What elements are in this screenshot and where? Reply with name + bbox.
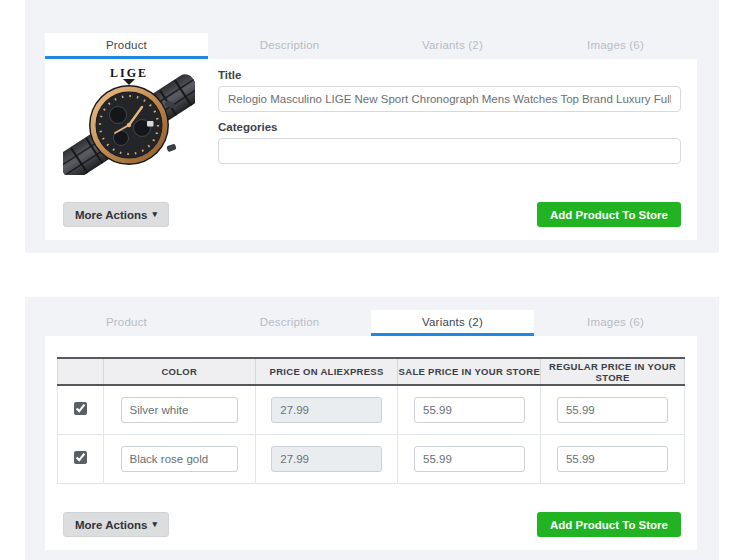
sale-price-column-header: SALE PRICE IN YOUR STORE	[398, 358, 541, 385]
variant-aliexpress-price[interactable]	[271, 397, 382, 423]
variant-sale-price-input[interactable]	[414, 397, 525, 423]
variant-row-black-rose-gold	[58, 434, 685, 483]
tab-product[interactable]: Product	[45, 310, 208, 336]
tab-images[interactable]: Images (6)	[534, 310, 697, 336]
product-card-tabs: Product Description Variants (2) Images …	[45, 33, 697, 59]
variants-table-header-row: COLOR PRICE ON ALIEXPRESS SALE PRICE IN …	[58, 358, 685, 385]
variant-checkbox[interactable]	[74, 451, 87, 464]
title-input[interactable]	[218, 86, 681, 112]
more-actions-button[interactable]: More Actions ▾	[63, 202, 169, 227]
product-actions-row: More Actions ▾ Add Product To Store	[63, 202, 681, 227]
caret-down-icon: ▾	[152, 520, 157, 529]
variants-section: Product Description Variants (2) Images …	[25, 297, 719, 560]
variant-checkbox[interactable]	[74, 402, 87, 415]
product-thumbnail-image: LIGE	[63, 65, 195, 175]
variant-regular-price-input[interactable]	[557, 446, 668, 472]
variants-card-tabs: Product Description Variants (2) Images …	[45, 310, 697, 336]
variants-card: Product Description Variants (2) Images …	[45, 310, 697, 550]
regular-price-column-header: REGULAR PRICE IN YOUR STORE	[541, 358, 685, 385]
tab-product[interactable]: Product	[45, 33, 208, 59]
aliexpress-price-column-header: PRICE ON ALIEXPRESS	[255, 358, 398, 385]
variant-aliexpress-price[interactable]	[271, 446, 382, 472]
tab-product-label: Product	[106, 316, 147, 328]
tab-description-label: Description	[260, 39, 320, 51]
variant-color-input[interactable]	[121, 446, 239, 472]
caret-down-icon: ▾	[152, 210, 157, 219]
variant-row-silver-white	[58, 385, 685, 434]
tab-product-label: Product	[106, 39, 147, 51]
variant-regular-price-input[interactable]	[557, 397, 668, 423]
tab-images-label: Images (6)	[587, 316, 644, 328]
variant-color-input[interactable]	[121, 397, 239, 423]
add-product-to-store-label: Add Product To Store	[550, 209, 668, 221]
add-product-to-store-label: Add Product To Store	[550, 519, 668, 531]
tab-images-label: Images (6)	[587, 39, 644, 51]
add-product-to-store-button[interactable]: Add Product To Store	[537, 512, 681, 537]
title-label: Title	[218, 69, 681, 81]
more-actions-label: More Actions	[75, 209, 147, 221]
watch-image: LIGE	[63, 65, 195, 175]
more-actions-button[interactable]: More Actions ▾	[63, 512, 169, 537]
select-column-header	[58, 358, 104, 385]
more-actions-label: More Actions	[75, 519, 147, 531]
watch-brand-text: LIGE	[110, 66, 148, 80]
variants-table: COLOR PRICE ON ALIEXPRESS SALE PRICE IN …	[57, 357, 685, 484]
tab-variants[interactable]: Variants (2)	[371, 310, 534, 336]
color-column-header: COLOR	[103, 358, 255, 385]
categories-label: Categories	[218, 121, 681, 133]
tab-images[interactable]: Images (6)	[534, 33, 697, 59]
product-section: Product Description Variants (2) Images …	[25, 0, 719, 253]
tab-description-label: Description	[260, 316, 320, 328]
tab-description[interactable]: Description	[208, 310, 371, 336]
tab-variants-label: Variants (2)	[422, 39, 483, 51]
variant-sale-price-input[interactable]	[414, 446, 525, 472]
tab-variants[interactable]: Variants (2)	[371, 33, 534, 59]
tab-description[interactable]: Description	[208, 33, 371, 59]
tab-variants-label: Variants (2)	[422, 316, 483, 328]
variants-actions-row: More Actions ▾ Add Product To Store	[63, 512, 681, 537]
brand-crest-icon	[123, 79, 135, 85]
categories-input[interactable]	[218, 138, 681, 164]
product-fields: Title Categories	[218, 69, 681, 164]
product-card: Product Description Variants (2) Images …	[45, 33, 697, 240]
add-product-to-store-button[interactable]: Add Product To Store	[537, 202, 681, 227]
